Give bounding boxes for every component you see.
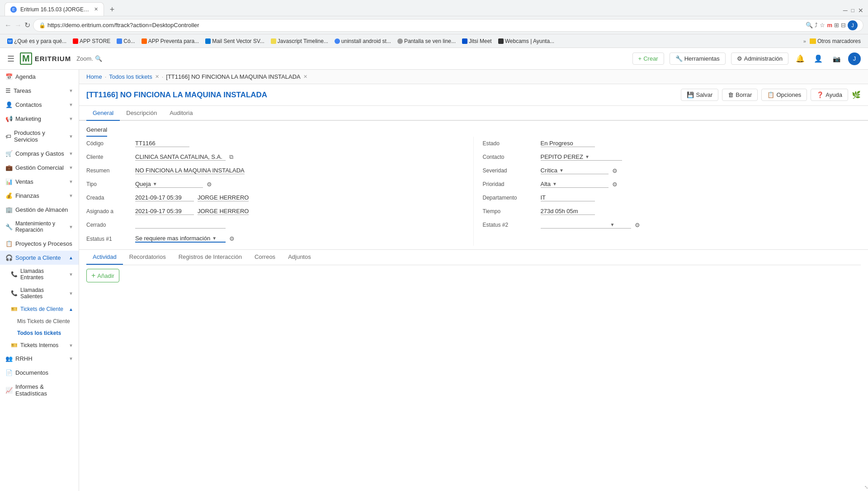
anadir-label: Añadir xyxy=(97,272,114,279)
sidebar-item-gestion[interactable]: 💼 Gestión Comercial ▼ xyxy=(0,161,79,175)
camera-icon[interactable]: 📷 xyxy=(830,52,843,65)
salvar-button[interactable]: 💾 Salvar xyxy=(681,89,718,101)
reload-button[interactable]: ↻ xyxy=(24,21,30,29)
documentos-icon: 📄 xyxy=(5,369,13,376)
minimize-btn[interactable]: ─ xyxy=(843,7,848,14)
address-share-icon[interactable]: ⤴ xyxy=(815,22,818,29)
sidebar-item-tickets-cliente[interactable]: 🎫 Tickets de Cliente ▲ xyxy=(0,303,79,315)
bookmark-item-1[interactable]: APP STORE xyxy=(70,37,113,45)
productos-icon: 🏷 xyxy=(5,133,11,140)
notification-icon[interactable]: 🔔 xyxy=(794,52,807,65)
sidebar-item-informes[interactable]: 📈 Informes & Estadísticas xyxy=(0,380,79,400)
maximize-btn[interactable]: □ xyxy=(851,7,854,14)
sidebar-item-marketing[interactable]: 📢 Marketing ▼ xyxy=(0,112,79,126)
back-button[interactable]: ← xyxy=(5,21,12,29)
address-bar[interactable]: 🔒 https://demo.eritrium.com/ftrack?actio… xyxy=(33,19,863,32)
sidebar-item-almacen[interactable]: 🏢 Gestión de Almacén xyxy=(0,203,79,217)
bookmarks-more-btn[interactable]: » xyxy=(803,38,806,44)
sidebar-item-compras[interactable]: 🛒 Compras y Gastos ▼ xyxy=(0,147,79,161)
tab-general[interactable]: General xyxy=(86,106,120,121)
activity-tab-recordatorios[interactable]: Recordatorios xyxy=(123,250,172,265)
bookmark-item-3[interactable]: APP Preventa para... xyxy=(139,37,202,45)
estatus2-select[interactable]: ▼ xyxy=(541,221,631,229)
breadcrumb-todos-tickets[interactable]: Todos los tickets xyxy=(109,73,152,80)
ext-puzzle-icon[interactable]: ⊞ xyxy=(834,22,839,29)
opciones-button[interactable]: 📋 Opciones xyxy=(761,89,807,101)
bookmark-item-7[interactable]: Pantalla se ven line... xyxy=(395,37,458,45)
tab-descripcion[interactable]: Descripción xyxy=(120,106,163,121)
contacto-select[interactable]: PEPITO PEREZ ▼ xyxy=(541,153,622,161)
crear-button[interactable]: + Crear xyxy=(632,52,664,65)
sidebar-item-llamadas-entrantes[interactable]: 📞 Llamadas Entrantes ▼ xyxy=(0,265,79,284)
herramientas-icon: 🔧 xyxy=(675,55,683,62)
estatus1-gear-icon[interactable]: ⚙ xyxy=(229,235,235,242)
browser-tab-active[interactable]: E Eritrium 16.15.03 (JORGE HERRER... ✕ xyxy=(5,2,104,16)
breadcrumb-close-1[interactable]: ✕ xyxy=(155,74,159,80)
form-row-resumen: Resumen NO FINCIONA LA MAQUINA INSTALADA xyxy=(86,164,464,177)
bookmark-mail-sent-vector[interactable]: Mail Sent Vector SV... xyxy=(203,37,267,45)
new-tab-button[interactable]: + xyxy=(106,3,118,16)
tipo-gear-icon[interactable]: ⚙ xyxy=(207,181,212,188)
zoom-control[interactable]: Zoom. 🔍 xyxy=(76,55,102,62)
anadir-button[interactable]: + Añadir xyxy=(86,269,119,282)
activity-tab-actividad[interactable]: Actividad xyxy=(86,250,123,265)
bookmark-item-9[interactable]: Webcams | Ayunta... xyxy=(495,37,557,45)
ayuda-label: Ayuda xyxy=(826,91,842,98)
breadcrumb-close-2[interactable]: ✕ xyxy=(303,74,307,80)
bookmark-item-5[interactable]: Javascript Timeline... xyxy=(268,37,331,45)
sidebar-item-todos-tickets[interactable]: Todos los tickets xyxy=(0,327,79,339)
severidad-gear-icon[interactable]: ⚙ xyxy=(612,167,618,174)
breadcrumb-home[interactable]: Home xyxy=(86,73,102,80)
tab-auditoria[interactable]: Auditoria xyxy=(163,106,199,121)
tipo-select[interactable]: Queja ▼ xyxy=(135,181,203,188)
forward-button[interactable]: → xyxy=(14,21,22,29)
avatar[interactable]: J xyxy=(848,52,861,65)
cliente-copy-icon[interactable]: ⧉ xyxy=(229,153,233,161)
tab-close-icon[interactable]: ✕ xyxy=(94,6,98,12)
sidebar-item-rrhh[interactable]: 👥 RRHH ▼ xyxy=(0,352,79,366)
sidebar-item-llamadas-salientes[interactable]: 📞 Llamadas Salientes ▼ xyxy=(0,284,79,303)
sidebar-item-finanzas[interactable]: 💰 Finanzas ▼ xyxy=(0,189,79,203)
severidad-select[interactable]: Crítica ▼ xyxy=(541,167,609,174)
form-row-cliente: Cliente CLINICA SANTA CATALINA, S.A. ⧉ xyxy=(86,150,464,164)
address-star-icon[interactable]: ☆ xyxy=(820,22,825,29)
page-extra-icon[interactable]: 🌿 xyxy=(852,91,861,99)
close-btn[interactable]: ✕ xyxy=(858,7,863,14)
bookmarks-folder[interactable]: Otros marcadores xyxy=(807,38,863,44)
ext-m-icon[interactable]: m xyxy=(827,22,832,29)
sidebar-item-mantenimiento[interactable]: 🔧 Mantenimiento y Reparación ▼ xyxy=(0,217,79,237)
sidebar-item-proyectos[interactable]: 📋 Proyectos y Procesos xyxy=(0,237,79,251)
bookmark-item-6[interactable]: uninstall android st... xyxy=(332,37,394,45)
sidebar-item-documentos[interactable]: 📄 Documentos xyxy=(0,366,79,380)
estatus1-select[interactable]: Se requiere mas información ▼ xyxy=(135,235,226,243)
activity-tab-correos[interactable]: Correos xyxy=(248,250,282,265)
sidebar-item-ventas[interactable]: 📊 Ventas ▼ xyxy=(0,175,79,189)
address-search-icon[interactable]: 🔍 xyxy=(806,22,813,29)
herramientas-button[interactable]: 🔧 Herramientas xyxy=(670,52,726,65)
sidebar-item-tareas[interactable]: ☰ Tareas ▼ xyxy=(0,84,79,98)
prioridad-gear-icon[interactable]: ⚙ xyxy=(612,181,618,188)
sidebar-item-contactos[interactable]: 👤 Contactos ▼ xyxy=(0,98,79,112)
browser-profile-avatar[interactable]: J xyxy=(848,20,858,30)
sidebar-item-tickets-internos[interactable]: 🎫 Tickets Internos ▼ xyxy=(0,339,79,352)
sidebar-item-mis-tickets[interactable]: Mis Tickets de Cliente xyxy=(0,315,79,327)
soporte-icon: 🎧 xyxy=(5,254,13,261)
activity-tab-registros[interactable]: Registros de Interacción xyxy=(172,250,248,265)
estatus2-gear-icon[interactable]: ⚙ xyxy=(635,222,640,229)
hamburger-button[interactable]: ☰ xyxy=(7,54,14,64)
administracion-button[interactable]: ⚙ Administración xyxy=(731,52,788,65)
bookmark-item-0[interactable]: M ¿Qué es y para qué... xyxy=(5,37,69,45)
activity-tab-adjuntos[interactable]: Adjuntos xyxy=(282,250,317,265)
creada-user: JORGE HERRERO xyxy=(198,194,249,201)
ext-grid-icon[interactable]: ⊟ xyxy=(841,22,846,29)
sidebar-item-soporte[interactable]: 🎧 Soporte a Cliente ▲ xyxy=(0,251,79,265)
prioridad-select[interactable]: Alta ▼ xyxy=(541,181,609,188)
ayuda-button[interactable]: ❓ Ayuda xyxy=(811,89,848,101)
resize-handle[interactable]: ⤡ xyxy=(861,484,868,491)
borrar-button[interactable]: 🗑 Borrar xyxy=(722,89,758,101)
bookmark-item-2[interactable]: Có... xyxy=(114,37,137,45)
user-icon[interactable]: 👤 xyxy=(812,52,825,65)
sidebar-item-productos[interactable]: 🏷 Productos y Servicios ▼ xyxy=(0,126,79,147)
sidebar-item-agenda[interactable]: 📅 Agenda xyxy=(0,70,79,84)
bookmark-item-8[interactable]: Jitsi Meet xyxy=(459,37,495,45)
